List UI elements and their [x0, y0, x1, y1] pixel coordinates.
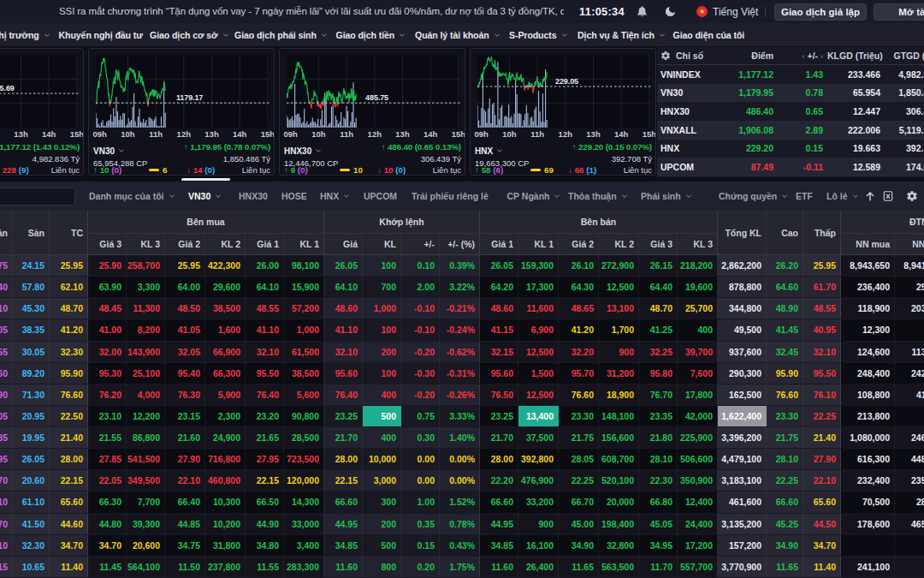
board-cell: 241,100 [841, 557, 895, 577]
col-change[interactable]: ‹ +/- › [778, 51, 827, 61]
board-row[interactable]: 24.0520.9522.5023.1012,20023.152,30023.2… [0, 406, 924, 427]
board-cell: 7,600 [678, 363, 718, 384]
decliners: ↓ 66 (1) [568, 165, 596, 175]
chevron-down-icon [852, 193, 859, 200]
board-row[interactable]: 29.9526.0528.0027.85541,50027.90716,8002… [0, 449, 924, 470]
menu-item[interactable]: Giao dịch tiền [336, 23, 406, 46]
board-row[interactable]: 66.4057.8062.1063.903,30064.0029,60064.1… [0, 277, 924, 298]
board-cell: 3,400 [284, 535, 324, 556]
unchanged: 6 [149, 165, 167, 175]
board-row[interactable]: 34.5530.0532.3032.00143,90032.0566,90032… [0, 342, 924, 363]
board-cell: 22.15 [324, 470, 363, 491]
tab-Phái sinh[interactable]: Phái sinh [641, 182, 692, 211]
board-row[interactable]: 23.7020.6022.1522.05349,50022.10460,8002… [0, 470, 924, 492]
index-row-HNX30[interactable]: HNX30486.400.6512.447306.439 [657, 102, 924, 121]
index-row-HNX[interactable]: HNX229.200.1519.663392.708 [657, 140, 924, 158]
export-excel-icon[interactable] [882, 190, 894, 202]
board-cell: 3.22% [440, 277, 480, 297]
index-row-VN30[interactable]: VN301,179.950.7865.9541,850.486 [657, 84, 924, 103]
index-row-VNINDEX[interactable]: VNINDEX1,177.121.43233.4664,982.836 [657, 65, 924, 84]
board-cell: 76.40 [246, 384, 284, 405]
board-cell: 48.50 [165, 298, 205, 319]
board-cell: 66.50 [246, 492, 284, 512]
board-row[interactable]: 47.7041.5044.6044.8039,30044.8510,20044.… [0, 514, 924, 535]
dark-mode-moon-icon[interactable] [664, 5, 677, 18]
tab-ETF[interactable]: ETF [796, 182, 813, 211]
menu-item[interactable]: Khuyến nghị đầu tư [59, 23, 143, 46]
chevron-down-icon [315, 147, 322, 154]
board-row[interactable]: 52.1045.3048.7048.4511,30048.5038,50048.… [0, 298, 924, 319]
board-cell: 33,000 [284, 514, 324, 534]
board-cell: 95.80 [639, 363, 678, 384]
menu-item[interactable]: Dịch vụ & Tiện ích [578, 23, 666, 46]
subcol-price-matched: Giá [324, 234, 363, 255]
tab-Danh mục của tôi[interactable]: Danh mục của tôi [89, 182, 175, 211]
board-row[interactable]: 12.1510.6511.4011.45564,10011.50237,8001… [0, 557, 924, 578]
session-label: Liên tục [433, 165, 461, 175]
tab-Chứng quyền[interactable]: Chứng quyền [719, 182, 788, 211]
open-account-button[interactable]: Mở tài khoản [874, 3, 924, 21]
board-cell: 27.90 [165, 449, 205, 469]
board-row[interactable]: 70.1061.1065.6066.307,70066.4010,30066.5… [0, 492, 924, 513]
index-row-UPCOM[interactable]: UPCOM87.49-0.1112.589174.653 [657, 158, 924, 176]
chevron-down-icon [494, 32, 500, 39]
board-cell: 3,183,100 [718, 470, 767, 491]
board-cell: 41.10 [324, 319, 363, 340]
language-label[interactable]: Tiếng Việt [713, 6, 758, 18]
subcol-foreign-sell: NN bán [895, 234, 924, 255]
board-cell: 19.95 [13, 427, 50, 448]
bell-icon[interactable] [636, 5, 649, 18]
board-row[interactable]: 102.6089.2095.9095.3025,10095.4066,30095… [0, 363, 924, 384]
board-row[interactable]: 27.7524.1525.9525.90258,70025.95422,3002… [0, 255, 924, 277]
chevron-down-icon [554, 193, 560, 200]
tab-CP Ngành[interactable]: CP Ngành [507, 182, 561, 211]
time-tick: 13h [14, 129, 27, 139]
board-row[interactable]: 22.8519.9521.4021.5586,80021.6024,90021.… [0, 427, 924, 449]
board-cell: 66.60 [324, 492, 363, 512]
tab-VN30[interactable]: VN30 [188, 182, 222, 211]
board-cell: 64.60 [767, 277, 803, 297]
board-cell: 34.55 [0, 342, 13, 362]
board-settings-gear-icon[interactable] [906, 190, 918, 202]
tab-HOSE[interactable]: HOSE [281, 182, 307, 211]
menu-item[interactable]: Giao dịch cơ sở [150, 23, 229, 46]
menu-item[interactable]: Thị trường [0, 23, 50, 46]
board-row[interactable]: 37.1032.3034.7034.7020,60034.7531,80034.… [0, 535, 924, 557]
tab-Thỏa thuận[interactable]: Thỏa thuận [568, 182, 628, 211]
tab-HNX[interactable]: HNX [320, 182, 350, 211]
index-price: ↑ 229.20 (0.15 0.07%) [572, 142, 652, 152]
board-cell: 11,600 [518, 298, 559, 319]
tab-Lô lẻ[interactable]: Lô lẻ [826, 182, 859, 211]
board-cell: 15,900 [284, 277, 324, 297]
menu-item[interactable]: S-Products [509, 23, 568, 46]
subcol-p1-bid: Giá 1 [246, 234, 284, 255]
menu-item[interactable]: Quản lý tài khoản [415, 23, 500, 46]
paper-trading-button[interactable]: Giao dịch giả lập [774, 3, 867, 21]
tab-Trái phiếu riêng lẻ[interactable]: Trái phiếu riêng lẻ [412, 182, 489, 211]
time-tick: 13h [586, 129, 600, 139]
board-cell: 400 [678, 319, 718, 340]
board-cell: 26.20 [767, 255, 803, 276]
tab-UPCOM[interactable]: UPCOM [364, 182, 397, 211]
board-cell: 32.10 [803, 342, 841, 362]
menu-item[interactable]: Giao dịch phái sinh [234, 23, 328, 46]
horizontal-scrollbar-thumb[interactable] [181, 178, 230, 181]
board-row[interactable]: 81.9071.3076.6076.204,00076.305,90076.40… [0, 384, 924, 406]
index-summary-panel: Chỉ sốĐiểm‹ +/- ›KLGD (Triệu)GTGD (Tỷ)VN… [657, 47, 924, 177]
vietnam-flag-icon[interactable]: ★ [696, 6, 708, 17]
tab-HNX30[interactable]: HNX30 [239, 182, 268, 211]
index-row-VNXALL[interactable]: VNXALL1,906.082.89222.0065,119.322 [657, 121, 924, 140]
menu-item[interactable]: Giao diện của tôi [673, 23, 745, 46]
board-row[interactable]: 44.0538.3541.2041.008,20041.051,60041.10… [0, 319, 924, 341]
board-cell: 300 [363, 492, 401, 512]
subcol-vol-matched: KL [363, 234, 401, 255]
news-ticker-text: SSI ra mắt chương trình “Tận dụng vốn va… [59, 6, 564, 16]
board-cell: 1.75% [440, 557, 480, 577]
board-cell: 34.90 [559, 535, 599, 556]
collapse-up-icon[interactable] [864, 190, 876, 202]
panel-settings-gear-icon[interactable] [660, 51, 671, 62]
menu-item-label: Quản lý tài khoản [415, 30, 489, 40]
board-cell: 61.70 [803, 277, 841, 297]
board-cell: 5,900 [205, 384, 246, 405]
board-cell: 12,400 [678, 492, 718, 512]
